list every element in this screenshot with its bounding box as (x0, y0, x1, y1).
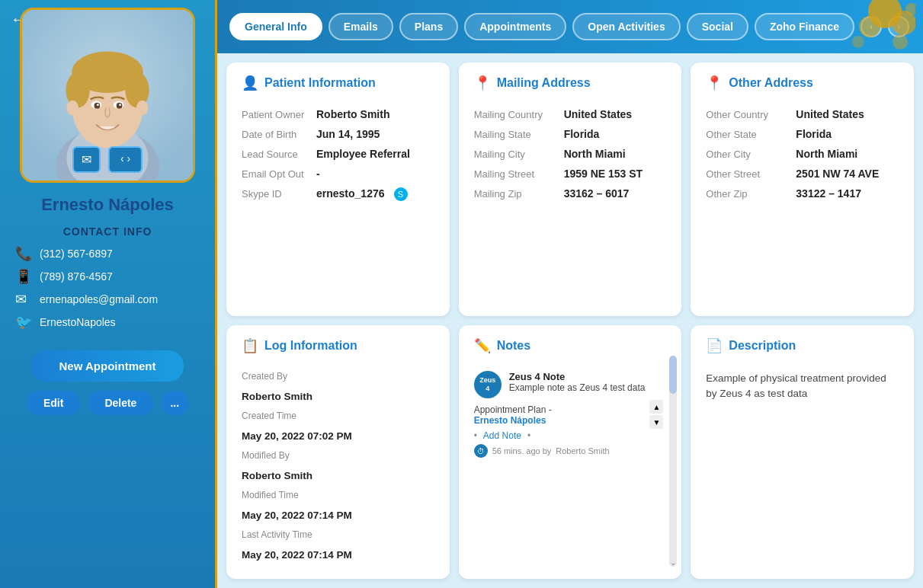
other-street-value: 2501 NW 74 AVE (796, 168, 879, 180)
patient-owner-value: Roberto Smith (316, 108, 389, 120)
description-card: 📄 Description Example of physical treatm… (691, 325, 914, 579)
tab-general-info[interactable]: General Info (229, 13, 322, 40)
tab-social[interactable]: Social (687, 13, 748, 40)
other-zip-row: Other Zip 33122 – 1417 (706, 187, 899, 200)
skype-icon: S (394, 187, 408, 201)
tab-open-activities[interactable]: Open Activities (572, 13, 680, 40)
main-content: General Info Emails Plans Appointments O… (217, 0, 923, 588)
phone1-text: (312) 567-6897 (40, 248, 113, 260)
description-title: 📄 Description (706, 337, 899, 360)
avatar: ✉ ‹ › (20, 8, 195, 183)
lead-source-row: Lead Source Employee Referral (242, 148, 434, 160)
other-state-row: Other State Florida (706, 128, 899, 140)
other-zip-label: Other Zip (706, 188, 790, 200)
last-activity-label: Last Activity Time (242, 529, 312, 540)
tab-emails[interactable]: Emails (328, 13, 393, 40)
note-time-icon: ⏱ (474, 444, 488, 458)
note-title: Zeus 4 Note (509, 371, 649, 382)
mailing-country-value: United States (564, 108, 632, 120)
patient-info-title: 👤 Patient Information (242, 75, 434, 97)
patient-owner-label: Patient Owner (242, 109, 310, 120)
svg-point-10 (136, 101, 149, 115)
patient-info-card: 👤 Patient Information Patient Owner Robe… (226, 62, 450, 316)
modified-by-value: Roberto Smith (242, 470, 312, 481)
created-time-row: Created Time (242, 411, 434, 421)
skype-id-label: Skype ID (242, 188, 310, 200)
created-time-label: Created Time (242, 411, 296, 421)
email-item: ✉ ernenapoles@gmail.com (15, 291, 200, 308)
other-country-label: Other Country (706, 109, 790, 120)
note-text: Example note as Zeus 4 test data (509, 382, 649, 393)
notes-scrollbar-thumb (669, 356, 677, 394)
phone1-item: 📞 (312) 567-6897 (15, 245, 200, 262)
note-author2: Roberto Smith (556, 446, 609, 455)
delete-button[interactable]: Delete (88, 391, 153, 415)
mailing-country-row: Mailing Country United States (474, 108, 667, 120)
dob-value: Jun 14, 1995 (316, 128, 380, 140)
mailing-state-value: Florida (564, 128, 600, 140)
note-body: Zeus 4 Note Example note as Zeus 4 test … (509, 371, 649, 398)
svg-point-16 (119, 104, 121, 106)
email-opt-out-label: Email Opt Out (242, 168, 310, 180)
mailing-zip-value: 33162 – 6017 (564, 187, 630, 200)
created-by-label: Created By (242, 371, 287, 382)
mailing-city-value: North Miami (564, 148, 626, 160)
modified-time-value: May 20, 2022 07:14 PM (242, 510, 352, 521)
mailing-state-label: Mailing State (474, 129, 558, 140)
svg-point-9 (66, 101, 79, 115)
modified-by-label: Modified By (242, 450, 290, 461)
log-info-title: 📋 Log Information (242, 337, 434, 360)
nav-arrows-button[interactable]: ‹ › (108, 146, 143, 173)
other-street-label: Other Street (706, 168, 790, 180)
tab-appointments[interactable]: Appointments (464, 13, 566, 40)
decorative-circles (824, 0, 915, 53)
notes-title: ✏️ Notes (474, 337, 667, 360)
new-appointment-button[interactable]: New Appointment (31, 350, 184, 382)
other-country-row: Other Country United States (706, 108, 899, 120)
mail-button[interactable]: ✉ (72, 146, 101, 173)
other-state-label: Other State (706, 129, 790, 140)
phone2-icon: 📱 (15, 268, 32, 285)
other-city-value: North Miami (796, 148, 857, 160)
mailing-address-card: 📍 Mailing Address Mailing Country United… (459, 62, 682, 316)
notes-scroll-down[interactable]: ▼ (649, 415, 663, 429)
bottom-action-buttons: Edit Delete ... (27, 391, 188, 415)
tab-plans[interactable]: Plans (399, 13, 458, 40)
last-activity-value: May 20, 2022 07:14 PM (242, 549, 352, 561)
twitter-text: ErnestoNapoles (40, 316, 116, 328)
other-country-value: United States (796, 108, 864, 120)
notes-scrollbar-track: ⌄ (669, 356, 677, 567)
more-button[interactable]: ... (161, 391, 188, 415)
other-address-icon: 📍 (706, 75, 723, 91)
notes-scroll-indicator: ⌄ (670, 558, 676, 567)
phone2-text: (789) 876-4567 (40, 270, 113, 283)
email-icon: ✉ (15, 291, 32, 308)
note-time: 56 mins. ago by (492, 446, 552, 455)
description-icon: 📄 (706, 337, 723, 354)
add-note-button[interactable]: Add Note (483, 430, 521, 441)
log-info-card: 📋 Log Information Created By Roberto Smi… (226, 325, 450, 579)
svg-point-15 (97, 104, 99, 106)
lead-source-value: Employee Referral (316, 148, 410, 160)
mailing-address-title: 📍 Mailing Address (474, 75, 667, 97)
twitter-item: 🐦 ErnestoNapoles (15, 314, 200, 331)
note-link[interactable]: Ernesto Nápoles (474, 415, 546, 426)
edit-button[interactable]: Edit (27, 391, 80, 415)
note-footer: Appointment Plan - Ernesto Nápoles (474, 404, 649, 426)
twitter-icon: 🐦 (15, 314, 32, 331)
mailing-zip-row: Mailing Zip 33162 – 6017 (474, 187, 667, 200)
phone2-item: 📱 (789) 876-4567 (15, 268, 200, 285)
other-street-row: Other Street 2501 NW 74 AVE (706, 168, 899, 180)
patient-owner-row: Patient Owner Roberto Smith (242, 108, 434, 120)
svg-point-20 (893, 34, 908, 50)
avatar-action-bar: ✉ ‹ › (72, 146, 143, 173)
created-by-value: Roberto Smith (242, 391, 312, 402)
content-area: 👤 Patient Information Patient Owner Robe… (217, 53, 923, 588)
other-city-row: Other City North Miami (706, 148, 899, 160)
notes-scroll-buttons: ▲ ▼ (649, 400, 663, 429)
other-state-value: Florida (796, 128, 832, 140)
email-opt-out-row: Email Opt Out - (242, 168, 434, 180)
notes-icon: ✏️ (474, 337, 491, 354)
notes-scroll-up[interactable]: ▲ (649, 400, 663, 414)
note-item: Zeus4 Zeus 4 Note Example note as Zeus 4… (474, 371, 649, 398)
